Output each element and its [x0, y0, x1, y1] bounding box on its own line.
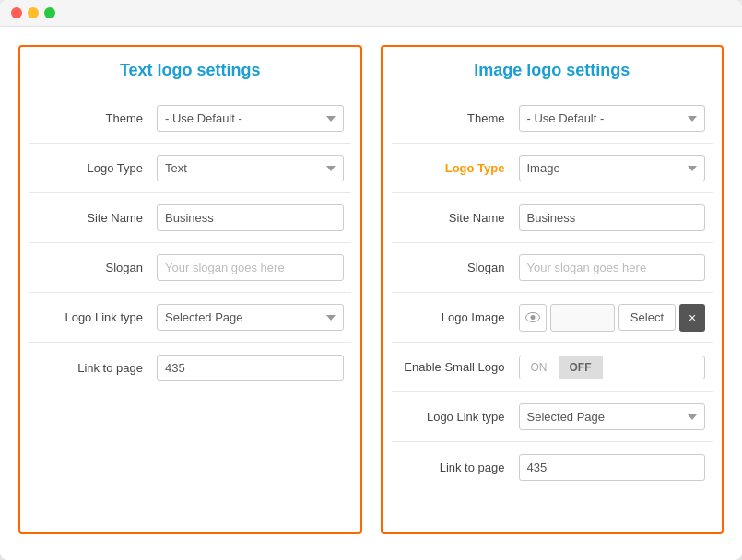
image-sitename-input[interactable] — [519, 204, 706, 231]
text-linkpage-row: Link to page — [29, 343, 351, 392]
image-slogan-label: Slogan — [399, 261, 519, 274]
image-logoimage-label: Logo Image — [399, 310, 519, 324]
text-linkpage-input[interactable] — [157, 355, 344, 381]
image-logotype-select[interactable]: Text Image — [519, 155, 706, 181]
image-sitename-control — [519, 204, 706, 231]
svg-point-1 — [530, 315, 535, 320]
text-slogan-control — [157, 254, 344, 281]
text-linkpage-label: Link to page — [37, 361, 157, 375]
text-slogan-input[interactable] — [157, 254, 344, 281]
text-slogan-label: Slogan — [37, 261, 157, 274]
image-sitename-row: Site Name — [392, 193, 713, 243]
image-logotype-row: Logo Type Text Image — [392, 144, 713, 193]
text-theme-row: Theme - Use Default - Default Dark Light — [29, 94, 351, 144]
image-theme-select[interactable]: - Use Default - Default Dark Light — [519, 105, 706, 132]
text-logotype-label: Logo Type — [37, 161, 157, 175]
text-sitename-input[interactable] — [157, 204, 344, 231]
image-linkpage-row: Link to page — [392, 442, 713, 492]
toggle-on-option[interactable]: ON — [520, 356, 559, 379]
text-logotype-select[interactable]: Text Image — [157, 155, 344, 181]
text-linkltype-row: Logo Link type Selected Page Home Page C… — [29, 293, 351, 343]
image-preview-area — [550, 304, 615, 332]
image-linktype-label: Logo Link type — [399, 410, 519, 424]
text-sitename-control — [157, 204, 344, 231]
eye-button[interactable] — [519, 304, 547, 332]
image-linkpage-control — [519, 454, 706, 481]
content-area: Text logo settings Theme - Use Default -… — [0, 27, 742, 553]
logo-image-row: Select × — [519, 304, 706, 332]
title-bar — [0, 0, 742, 27]
toggle-off-option[interactable]: OFF — [559, 356, 603, 379]
image-slogan-row: Slogan — [392, 243, 713, 293]
text-slogan-row: Slogan — [29, 243, 351, 293]
image-slogan-input[interactable] — [519, 254, 706, 281]
text-theme-control: - Use Default - Default Dark Light — [157, 105, 344, 132]
text-logotype-control: Text Image — [157, 155, 344, 181]
image-smalllogo-label: Enable Small Logo — [399, 360, 519, 374]
text-logotype-row: Logo Type Text Image — [29, 144, 351, 193]
text-linktype-select[interactable]: Selected Page Home Page Custom URL — [157, 304, 344, 331]
text-panel-title: Text logo settings — [29, 56, 351, 85]
image-logo-panel: Image logo settings Theme - Use Default … — [381, 45, 724, 534]
image-linktype-row: Logo Link type Selected Page Home Page C… — [392, 392, 713, 442]
image-linktype-control: Selected Page Home Page Custom URL — [519, 403, 706, 430]
text-theme-label: Theme — [37, 111, 157, 125]
small-logo-toggle[interactable]: ON OFF — [519, 356, 706, 379]
image-sitename-label: Site Name — [399, 211, 519, 225]
close-dot[interactable] — [11, 7, 22, 18]
image-theme-control: - Use Default - Default Dark Light — [519, 105, 706, 132]
image-logotype-label: Logo Type — [399, 161, 519, 175]
image-theme-row: Theme - Use Default - Default Dark Light — [392, 94, 713, 144]
select-image-button[interactable]: Select — [618, 304, 676, 331]
image-panel-title: Image logo settings — [392, 56, 713, 85]
image-smalllogo-row: Enable Small Logo ON OFF — [392, 343, 713, 392]
text-linktype-label: Logo Link type — [37, 310, 157, 324]
image-logotype-control: Text Image — [519, 155, 706, 181]
text-theme-select[interactable]: - Use Default - Default Dark Light — [157, 105, 344, 132]
image-linkpage-input[interactable] — [519, 454, 706, 481]
image-logoimage-row: Logo Image Select × — [392, 293, 713, 343]
text-logo-panel: Text logo settings Theme - Use Default -… — [18, 45, 362, 534]
image-linktype-select[interactable]: Selected Page Home Page Custom URL — [519, 403, 706, 430]
image-logoimage-control: Select × — [519, 304, 706, 332]
maximize-dot[interactable] — [44, 7, 55, 18]
minimize-dot[interactable] — [28, 7, 39, 18]
text-linkpage-control — [157, 355, 344, 381]
image-slogan-control — [519, 254, 706, 281]
image-theme-label: Theme — [399, 111, 519, 125]
clear-image-button[interactable]: × — [679, 304, 705, 332]
text-linktype-control: Selected Page Home Page Custom URL — [157, 304, 344, 331]
text-sitename-label: Site Name — [37, 211, 157, 225]
image-smalllogo-control: ON OFF — [519, 356, 706, 379]
image-linkpage-label: Link to page — [399, 461, 519, 474]
main-window: Text logo settings Theme - Use Default -… — [0, 0, 742, 560]
text-sitename-row: Site Name — [29, 193, 351, 243]
